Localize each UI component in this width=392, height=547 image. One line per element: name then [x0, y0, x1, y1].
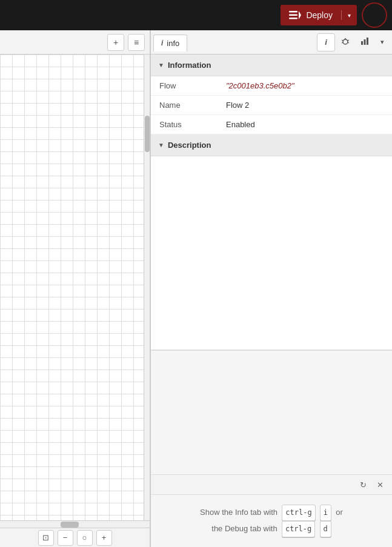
- hint-i-key: i: [320, 505, 331, 521]
- canvas-fit-button[interactable]: ⊡: [38, 530, 54, 546]
- svg-rect-10: [361, 41, 363, 45]
- bug-icon: [341, 37, 350, 47]
- table-row-name: Name Flow 2: [151, 96, 392, 115]
- information-section-label: Information: [168, 61, 211, 70]
- table-row-flow: Flow "2c001eb3.c5e0b2": [151, 76, 392, 96]
- panel-dropdown-button[interactable]: ▾: [375, 33, 390, 51]
- hint-close-button[interactable]: ✕: [373, 477, 387, 492]
- deploy-caret-icon: ▾: [342, 12, 357, 19]
- hamburger-line3: [369, 18, 380, 20]
- hint-d-key: d: [320, 521, 331, 537]
- description-section-label: Description: [168, 141, 211, 150]
- tab-icon-debug-button[interactable]: [336, 33, 354, 51]
- flow-label: Flow: [151, 76, 218, 96]
- info-tab-icon: i: [161, 39, 163, 47]
- hint-line2-pre: the Debug tab with: [211, 524, 277, 533]
- canvas-zoom-reset-button[interactable]: ○: [77, 530, 93, 546]
- hint-ctrl-g-key: ctrl-g: [282, 505, 315, 521]
- name-value: Flow 2: [218, 96, 392, 115]
- deploy-label: Deploy: [306, 10, 333, 20]
- hint-line1-post: or: [336, 508, 343, 517]
- flow-id-link[interactable]: "2c001eb3.c5e0b2": [226, 81, 294, 90]
- svg-line-6: [342, 40, 343, 41]
- info-icon: i: [325, 38, 327, 47]
- hint-text: Show the Info tab with ctrl-g i or the D…: [151, 495, 392, 547]
- flow-value: "2c001eb3.c5e0b2": [218, 76, 392, 96]
- side-panel: i info i: [150, 30, 392, 547]
- description-section-header[interactable]: ▼ Description: [151, 134, 392, 156]
- canvas-zoom-in-button[interactable]: +: [96, 530, 112, 546]
- chart-icon: [360, 37, 369, 47]
- tab-icon-info-button[interactable]: i: [317, 33, 335, 51]
- status-value: Enabled: [218, 115, 392, 134]
- hamburger-button[interactable]: [362, 2, 387, 28]
- deploy-button[interactable]: Deploy ▾: [281, 5, 357, 25]
- tab-info-label: info: [167, 39, 179, 48]
- deploy-icon: [289, 11, 301, 19]
- hint-toolbar: ↻ ✕: [151, 475, 392, 495]
- hint-ctrl-g2-key: ctrl-g: [282, 521, 315, 537]
- information-section-header[interactable]: ▼ Information: [151, 55, 392, 76]
- panel-tabs: i info i: [151, 30, 392, 55]
- hint-refresh-button[interactable]: ↻: [356, 477, 370, 492]
- chevron-down-icon: ▾: [380, 38, 384, 46]
- description-chevron-icon: ▼: [158, 142, 164, 148]
- svg-line-7: [348, 40, 349, 41]
- top-bar: Deploy ▾: [0, 0, 392, 30]
- canvas-vertical-scrollbar[interactable]: [144, 55, 150, 520]
- hamburger-line2: [369, 15, 380, 16]
- canvas-zoom-out-button[interactable]: −: [58, 530, 73, 546]
- description-content[interactable]: [151, 156, 392, 350]
- tab-info[interactable]: i info: [153, 35, 187, 51]
- tab-icon-chart-button[interactable]: [356, 33, 374, 51]
- table-row-status: Status Enabled: [151, 115, 392, 134]
- status-label: Status: [151, 115, 218, 134]
- svg-rect-12: [367, 38, 368, 45]
- information-chevron-icon: ▼: [158, 62, 164, 68]
- panel-content[interactable]: ▼ Information Flow "2c001eb3.c5e0b2" Nam…: [151, 55, 392, 474]
- canvas-area: + ≡ ⊡ − ○ +: [0, 30, 150, 547]
- svg-rect-0: [289, 11, 297, 13]
- description-section: ▼ Description: [151, 134, 392, 351]
- canvas-horizontal-scrollbar[interactable]: [0, 520, 150, 528]
- canvas-hscroll-thumb[interactable]: [61, 522, 79, 528]
- hint-line1-pre: Show the Info tab with: [200, 508, 277, 517]
- svg-point-4: [343, 39, 348, 44]
- svg-rect-2: [289, 18, 297, 19]
- hamburger-line1: [369, 10, 380, 12]
- panel-hint-area: ↻ ✕ Show the Info tab with ctrl-g i or t…: [151, 474, 392, 547]
- canvas-toolbar: + ≡: [0, 30, 150, 55]
- name-label: Name: [151, 96, 218, 115]
- canvas-grid[interactable]: [0, 55, 150, 520]
- main-layout: + ≡ ⊡ − ○ + i info i: [0, 30, 392, 547]
- svg-rect-11: [364, 39, 366, 45]
- node-list-button[interactable]: ≡: [128, 34, 145, 51]
- canvas-vscroll-thumb[interactable]: [145, 116, 150, 152]
- canvas-bottom-bar: ⊡ − ○ +: [0, 528, 150, 547]
- svg-marker-3: [299, 11, 301, 19]
- add-node-button[interactable]: +: [107, 34, 124, 51]
- info-table: Flow "2c001eb3.c5e0b2" Name Flow 2 Statu…: [151, 76, 392, 134]
- panel-tab-icons: i: [317, 33, 390, 51]
- svg-rect-1: [289, 15, 297, 16]
